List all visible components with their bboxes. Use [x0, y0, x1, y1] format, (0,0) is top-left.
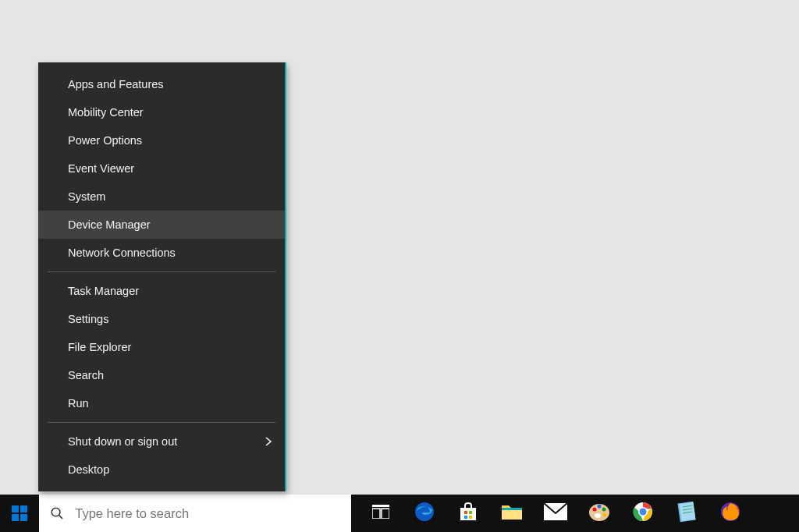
file-explorer-button[interactable] — [490, 495, 534, 532]
svg-rect-8 — [382, 509, 389, 519]
edge-button[interactable] — [403, 495, 446, 532]
menu-file-explorer[interactable]: File Explorer — [38, 333, 285, 361]
menu-item-label: Network Connections — [68, 246, 176, 259]
svg-line-5 — [59, 515, 62, 519]
svg-rect-12 — [469, 511, 472, 514]
svg-rect-0 — [12, 505, 19, 512]
menu-power-options[interactable]: Power Options — [38, 126, 285, 154]
menu-item-label: Run — [68, 397, 89, 410]
firefox-icon — [720, 502, 740, 525]
search-box[interactable] — [39, 495, 351, 532]
svg-point-4 — [51, 508, 60, 516]
menu-item-label: Desktop — [68, 463, 109, 476]
svg-point-21 — [602, 508, 606, 512]
mail-button[interactable] — [534, 495, 577, 532]
task-view-icon — [372, 505, 389, 522]
chrome-icon — [633, 502, 653, 525]
menu-item-label: Mobility Center — [68, 106, 144, 119]
svg-point-19 — [593, 508, 597, 512]
menu-separator — [48, 422, 275, 423]
menu-item-label: Device Manager — [68, 218, 151, 231]
file-explorer-icon — [501, 502, 523, 524]
search-icon — [50, 505, 64, 521]
winx-context-menu: Apps and FeaturesMobility CenterPower Op… — [38, 62, 286, 491]
menu-item-label: Apps and Features — [68, 78, 164, 90]
search-input[interactable] — [75, 506, 340, 521]
menu-network-connections[interactable]: Network Connections — [38, 239, 285, 267]
menu-mobility-center[interactable]: Mobility Center — [38, 98, 285, 126]
chrome-button[interactable] — [621, 495, 665, 532]
svg-point-20 — [598, 505, 602, 509]
menu-item-label: Settings — [68, 313, 108, 325]
taskbar-icons — [359, 495, 752, 532]
svg-rect-3 — [20, 514, 27, 521]
svg-rect-1 — [20, 505, 27, 512]
svg-rect-15 — [502, 510, 522, 520]
edge-icon — [414, 502, 435, 525]
store-icon — [458, 502, 478, 525]
svg-rect-28 — [680, 502, 696, 521]
menu-item-label: Search — [68, 369, 104, 381]
menu-separator — [48, 271, 275, 272]
menu-event-viewer[interactable]: Event Viewer — [38, 154, 285, 183]
menu-system[interactable]: System — [38, 183, 285, 211]
svg-rect-11 — [464, 511, 467, 514]
menu-search[interactable]: Search — [38, 361, 285, 389]
svg-rect-6 — [372, 505, 389, 507]
chevron-right-icon — [265, 436, 272, 447]
menu-item-label: Task Manager — [68, 285, 139, 297]
svg-rect-2 — [12, 514, 19, 521]
notepad-icon — [677, 501, 696, 526]
menu-apps-features[interactable]: Apps and Features — [38, 70, 285, 98]
menu-desktop[interactable]: Desktop — [38, 456, 285, 484]
menu-run[interactable]: Run — [38, 389, 285, 417]
paint-button[interactable] — [577, 495, 621, 532]
firefox-button[interactable] — [708, 495, 752, 532]
taskbar — [0, 495, 799, 532]
menu-item-label: Event Viewer — [68, 162, 134, 175]
svg-point-23 — [595, 513, 601, 518]
store-button[interactable] — [446, 495, 490, 532]
menu-item-label: Shut down or sign out — [68, 435, 177, 448]
svg-point-22 — [603, 513, 607, 517]
svg-rect-14 — [469, 516, 472, 519]
menu-item-label: Power Options — [68, 134, 142, 147]
svg-rect-7 — [372, 509, 380, 519]
menu-device-manager[interactable]: Device Manager — [38, 211, 285, 239]
task-view-button[interactable] — [359, 495, 403, 532]
svg-point-26 — [640, 509, 647, 516]
start-button[interactable] — [0, 495, 39, 532]
menu-shutdown[interactable]: Shut down or sign out — [38, 427, 285, 456]
menu-item-label: File Explorer — [68, 341, 131, 353]
menu-settings[interactable]: Settings — [38, 305, 285, 333]
paint-icon — [588, 502, 610, 525]
menu-item-label: System — [68, 190, 105, 203]
windows-icon — [12, 505, 27, 521]
menu-task-manager[interactable]: Task Manager — [38, 277, 285, 305]
svg-rect-10 — [460, 508, 476, 520]
notepad-button[interactable] — [665, 495, 708, 532]
svg-rect-16 — [502, 508, 522, 510]
svg-rect-13 — [464, 516, 467, 519]
mail-icon — [544, 503, 567, 523]
